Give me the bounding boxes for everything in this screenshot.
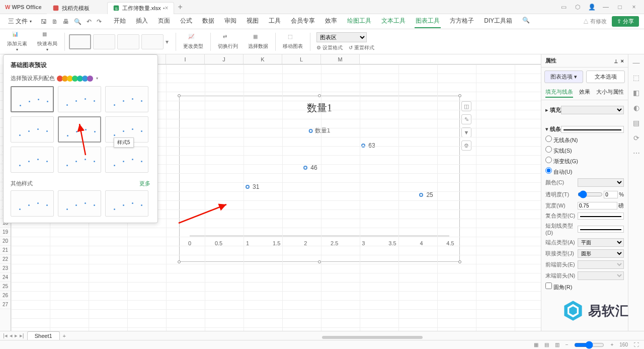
chevron-down-icon[interactable]: ▾ [96,76,98,81]
line-preview[interactable] [561,126,624,133]
col-header[interactable]: L [282,54,321,64]
row-header[interactable]: 21 [0,246,11,255]
sheet-nav-last[interactable]: ▸| [20,332,24,339]
style-preset[interactable] [11,86,54,112]
rail-style-icon[interactable]: ◧ [633,89,639,97]
row-header[interactable]: 25 [0,282,11,291]
opacity-slider[interactable] [578,189,603,199]
style-preset[interactable] [105,190,148,217]
tab-chart-tools[interactable]: 图表工具 [415,15,441,28]
brush-icon[interactable]: ✎ [461,114,471,124]
share-button[interactable]: ⇪ 分享 [612,16,639,27]
tab-close-button[interactable]: × [165,5,169,12]
col-header[interactable]: I [166,54,205,64]
row-header[interactable]: 19 [0,228,11,237]
quick-layout-button[interactable]: ▦快速布局▾ [34,30,60,53]
reset-style-button[interactable]: ↺ 重置样式 [349,44,374,51]
tab-fangfang[interactable]: 方方格子 [449,15,475,28]
style-preset[interactable] [58,116,101,143]
export-icon[interactable]: 🗎 [52,18,58,25]
minimize-button[interactable]: — [602,4,610,11]
tab-data[interactable]: 数据 [201,15,215,28]
save-icon[interactable]: 🖫 [41,18,47,25]
col-header[interactable]: J [205,54,244,64]
sheet-nav-prev[interactable]: ◂ [10,332,13,339]
width-input[interactable] [578,202,617,210]
rail-layers-icon[interactable]: ▤ [633,119,639,127]
tab-diy[interactable]: DIY工具箱 [483,15,513,28]
tab-review[interactable]: 审阅 [223,15,237,28]
zoom-value[interactable]: 160 [619,342,628,347]
data-point[interactable] [419,193,423,197]
tab-drawing-tools[interactable]: 绘图工具 [346,15,372,28]
props-tab-text[interactable]: 文本选项 [586,71,625,83]
rail-select-icon[interactable]: ⬚ [633,74,639,82]
style-preset[interactable] [11,147,54,173]
preview-icon[interactable]: 🔍 [74,18,82,25]
chart-style-gallery[interactable]: ▾ [69,34,172,49]
style-preset[interactable] [11,190,54,217]
round-corner-checkbox[interactable]: 圆角(R) [545,284,572,290]
move-chart-button[interactable]: ⬚移动图表 [280,30,306,53]
zoom-out-icon[interactable]: − [566,342,569,347]
data-point[interactable] [303,166,307,170]
fullscreen-icon[interactable]: ⛶ [634,342,639,347]
horizontal-scrollbar[interactable] [151,336,644,340]
avatar-icon[interactable]: 👤 [588,4,596,11]
col-header[interactable]: M [321,54,360,64]
rail-gradient-icon[interactable]: ◐ [633,104,639,112]
style-preset[interactable] [58,86,101,112]
tab-text-tools[interactable]: 文本工具 [380,15,407,28]
radio-auto[interactable]: 自动(U) [545,167,624,176]
rail-minus-icon[interactable]: — [633,58,640,66]
cube-icon[interactable]: ⬡ [574,4,582,11]
row-header[interactable]: 20 [0,237,11,246]
chart-title[interactable]: 数量1 [180,96,459,117]
tab-insert[interactable]: 插入 [135,15,149,28]
tab-start[interactable]: 开始 [113,15,127,28]
add-sheet-button[interactable]: + [63,333,66,339]
new-tab-button[interactable]: + [178,3,183,12]
rail-more-icon[interactable]: ⋯ [633,149,640,157]
rail-backup-icon[interactable]: ⟳ [633,134,639,142]
zoom-slider[interactable] [574,341,604,349]
style-preset[interactable] [105,86,148,112]
join-select[interactable]: 圆形 [578,249,624,258]
compound-select[interactable] [578,213,624,220]
close-button[interactable]: × [630,4,638,11]
view-normal-icon[interactable]: ▦ [534,342,538,347]
chart-style-2[interactable] [93,34,115,49]
chart-style-more[interactable]: ▾ [166,38,172,45]
print-icon[interactable]: 🖶 [63,18,69,25]
file-menu[interactable]: 三 文件▾ [5,17,35,26]
style-preset[interactable] [105,147,148,173]
tab-efficiency[interactable]: 效率 [324,15,338,28]
select-data-button[interactable]: ▦选择数据 [245,30,271,53]
row-header[interactable]: 24 [0,273,11,282]
zoom-in-icon[interactable]: + [610,342,613,347]
more-link[interactable]: 更多 [139,180,150,187]
tab-formula[interactable]: 公式 [179,15,193,28]
tab-member[interactable]: 会员专享 [290,15,316,28]
undo-icon[interactable]: ↶ [87,18,92,25]
radio-none[interactable]: 无线条(N) [545,135,624,144]
color-select[interactable] [578,178,624,187]
search-icon[interactable]: 🔍 [521,15,531,28]
set-format-button[interactable]: ⚙ 设置格式 [316,44,343,51]
pin-icon[interactable]: ⟂ [614,58,618,64]
row-header[interactable]: 26 [0,291,11,300]
subtab-fill-line[interactable]: 填充与线条 [545,88,573,98]
subtab-size[interactable]: 大小与属性 [596,88,624,98]
style-preset[interactable] [58,147,101,173]
props-tab-chart[interactable]: 图表选项 ▾ [544,71,583,83]
style-preset[interactable] [11,116,54,143]
view-reading-icon[interactable]: ▥ [555,342,559,347]
sheet-tab[interactable]: Sheet1 [27,331,60,340]
view-page-icon[interactable]: ▤ [544,342,549,347]
fill-select[interactable] [561,106,624,114]
tab-view[interactable]: 视图 [246,15,260,28]
gear-icon[interactable]: ⚙ [461,141,471,151]
data-point[interactable] [361,144,365,148]
radio-gradient[interactable]: 渐变线(G) [545,157,624,165]
chart-style-3[interactable] [117,34,139,49]
